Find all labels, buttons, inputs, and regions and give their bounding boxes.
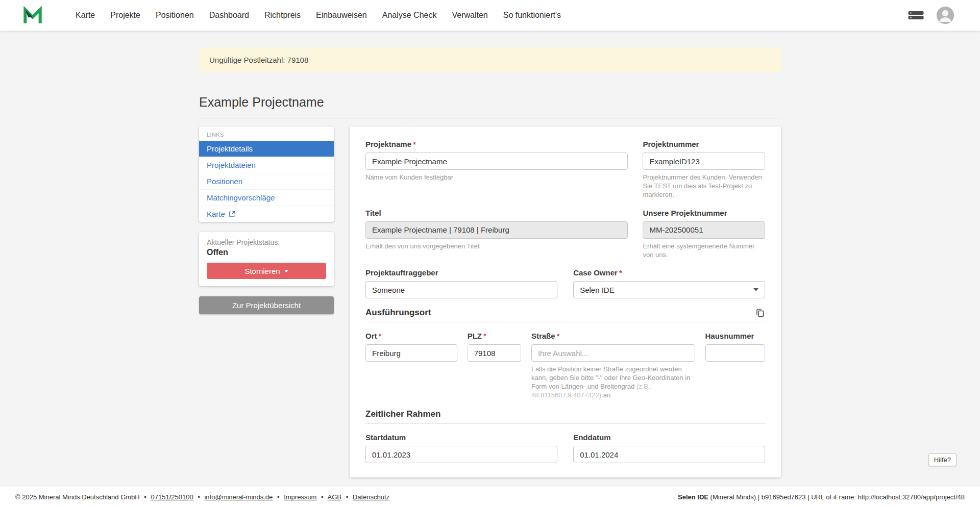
footer-link-impressum[interactable]: Impressum [284, 493, 316, 501]
nav-item-richtpreis[interactable]: Richtpreis [257, 7, 308, 24]
footer-user: Selen IDE [678, 493, 708, 501]
required-marker: * [413, 140, 416, 148]
footer-separator: • [144, 493, 146, 501]
nav-item-karte[interactable]: Karte [68, 7, 103, 24]
footer-session-details: (Mineral Minds) | b91695ed7623 | URL of … [708, 493, 965, 501]
main-nav: Karte Projekte Positionen Dashboard Rich… [68, 7, 569, 24]
required-marker: * [557, 332, 560, 340]
status-label: Aktueller Projektstatus: [207, 238, 326, 246]
nav-item-verwalten[interactable]: Verwalten [444, 7, 495, 24]
footer-separator: • [198, 493, 200, 501]
footer-session-info: Selen IDE (Mineral Minds) | b91695ed7623… [678, 493, 965, 501]
footer-separator: • [277, 493, 280, 501]
nav-item-einbauweisen[interactable]: Einbauweisen [308, 7, 375, 24]
sidebar-item-label: Positionen [207, 177, 242, 186]
strasse-input[interactable] [531, 344, 695, 362]
section-title-zeitlicher-rahmen: Zeitlicher Rahmen [365, 409, 440, 419]
alert-banner: Ungültige Postleitzahl: 79108 [199, 47, 781, 72]
project-form-card: Projektname* Name vom Kunden festlegbar … [350, 126, 781, 477]
ort-label: Ort* [365, 332, 457, 340]
status-card: Aktueller Projektstatus: Offen Storniere… [199, 232, 334, 286]
ort-input[interactable] [365, 344, 457, 362]
section-divider [365, 423, 765, 424]
page-body: Ungültige Postleitzahl: 79108 Example Pr… [0, 47, 980, 477]
help-button[interactable]: Hilfe? [928, 453, 957, 466]
required-marker: * [483, 332, 486, 340]
nav-item-so-funktionierts[interactable]: So funktioniert's [496, 7, 569, 24]
nav-item-analyse-check[interactable]: Analyse Check [375, 7, 445, 24]
hausnummer-label: Hausnummer [705, 332, 765, 340]
sidebar-item-positionen[interactable]: Positionen [199, 173, 334, 190]
enddatum-input[interactable] [573, 446, 765, 463]
hausnummer-input[interactable] [705, 344, 765, 362]
alert-text: Ungültige Postleitzahl: 79108 [209, 56, 308, 64]
startdatum-input[interactable] [365, 446, 557, 463]
left-sidebar: LINKS Projektdetails Projektdateien Posi… [199, 126, 334, 314]
top-navigation: Karte Projekte Positionen Dashboard Rich… [0, 0, 980, 31]
projektname-helper: Name vom Kunden festlegbar [365, 173, 628, 182]
logo-icon [23, 6, 42, 24]
sidebar-item-label: Karte [207, 210, 225, 218]
projektnummer-label: Projektnummer [643, 140, 765, 148]
unsere-projektnummer-helper: Erhält eine systemgenerierte Nummer von … [643, 242, 765, 260]
stornieren-label: Stornieren [244, 267, 280, 275]
footer-separator: • [346, 493, 349, 501]
title-divider [199, 118, 781, 118]
footer-link-datenschutz[interactable]: Datenschutz [353, 493, 389, 501]
plz-label: PLZ* [468, 332, 522, 340]
sidebar-item-label: Projektdateien [207, 161, 256, 169]
server-icon[interactable] [908, 10, 924, 20]
projektauftraggeber-input[interactable] [365, 281, 557, 298]
nav-item-dashboard[interactable]: Dashboard [202, 7, 257, 24]
caret-down-icon [284, 270, 288, 272]
required-marker: * [379, 332, 382, 340]
status-value: Offen [207, 248, 326, 257]
links-header: LINKS [199, 126, 334, 141]
projektname-input[interactable] [365, 153, 628, 170]
footer-left: © 2025 Mineral Minds Deutschland GmbH • … [15, 493, 389, 501]
section-title-ausfuehrungsort: Ausführungsort [365, 308, 431, 318]
section-divider [365, 322, 765, 322]
sidebar-item-projektdetails[interactable]: Projektdetails [199, 141, 334, 157]
titel-label: Titel [365, 209, 628, 217]
sidebar-item-label: Matchingvorschläge [207, 193, 275, 202]
project-overview-button[interactable]: Zur Projektübersicht [199, 296, 334, 314]
unsere-projektnummer-label: Unsere Projektnummer [643, 209, 765, 217]
footer-link-email[interactable]: info@mineral-minds.de [204, 493, 273, 501]
sidebar-item-label: Projektdetails [207, 144, 253, 153]
projektnummer-helper: Projektnummer des Kunden. Verwenden Sie … [643, 173, 765, 199]
footer-link-phone[interactable]: 07151/250100 [151, 493, 193, 501]
sidebar-item-matchingvorschlaege[interactable]: Matchingvorschläge [199, 190, 334, 206]
enddatum-label: Enddatum [573, 433, 765, 442]
footer-copyright: © 2025 Mineral Minds Deutschland GmbH [15, 493, 140, 501]
projektauftraggeber-label: Projektauftraggeber [365, 268, 557, 277]
mineral-minds-logo[interactable] [23, 6, 42, 24]
user-avatar-icon[interactable] [936, 6, 954, 24]
projektnummer-input[interactable] [643, 153, 765, 170]
links-card: LINKS Projektdetails Projektdateien Posi… [199, 126, 334, 222]
strasse-helper: Falls die Position keiner Straße zugeord… [531, 365, 695, 400]
page-title: Example Projectname [199, 95, 781, 110]
copy-icon[interactable] [755, 308, 765, 318]
footer-separator: • [321, 493, 324, 501]
sidebar-item-projektdateien[interactable]: Projektdateien [199, 157, 334, 173]
unsere-projektnummer-input [643, 221, 765, 239]
footer: © 2025 Mineral Minds Deutschland GmbH • … [0, 487, 980, 507]
titel-helper: Erhält den von uns vorgegebenen Titel. [365, 242, 628, 251]
footer-link-agb[interactable]: AGB [328, 493, 341, 501]
case-owner-select[interactable]: Selen IDE [573, 281, 765, 298]
plz-input[interactable] [468, 344, 522, 362]
required-marker: * [619, 268, 622, 277]
sidebar-item-karte[interactable]: Karte [199, 206, 334, 222]
chevron-down-icon [753, 288, 758, 291]
case-owner-label: Case Owner* [573, 268, 765, 277]
nav-right-icons [908, 6, 954, 24]
titel-input [365, 221, 628, 239]
nav-item-projekte[interactable]: Projekte [103, 7, 148, 24]
startdatum-label: Startdatum [365, 433, 557, 442]
stornieren-button[interactable]: Stornieren [207, 263, 326, 279]
strasse-label: Straße* [531, 332, 695, 340]
case-owner-value: Selen IDE [580, 286, 615, 294]
nav-item-positionen[interactable]: Positionen [148, 7, 202, 24]
projektname-label: Projektname* [365, 140, 628, 148]
